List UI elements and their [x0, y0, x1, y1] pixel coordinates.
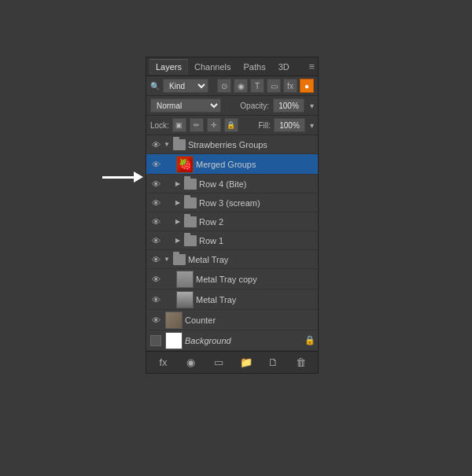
lock-move-btn[interactable]: ✛	[207, 118, 221, 132]
eye-row3[interactable]: 👁	[149, 196, 163, 210]
layer-name-row2: Row 2	[199, 217, 315, 227]
delete-layer-button[interactable]: 🗑	[293, 354, 310, 371]
opacity-value[interactable]: 100%	[273, 98, 304, 113]
layer-name-strawberries-group: Strawberries Groups	[188, 140, 315, 149]
panel-menu-icon[interactable]: ≡	[308, 61, 315, 72]
indent-0: ▼	[163, 139, 188, 150]
folder-row1	[184, 235, 197, 246]
thumb-background	[165, 332, 183, 349]
bottom-toolbar: fx ◉ ▭ 📁 🗋 🗑	[146, 351, 318, 373]
filter-pixel-btn[interactable]: ⊙	[217, 79, 231, 93]
eye-counter[interactable]: 👁	[149, 313, 163, 327]
layer-metal-tray-copy[interactable]: 👁 Metal Tray copy	[146, 269, 318, 290]
lock-icon-background: 🔒	[304, 335, 315, 345]
filter-adjust-btn[interactable]: ◉	[234, 79, 248, 93]
eye-row4[interactable]: 👁	[149, 177, 163, 191]
thumb-metal-tray-copy	[176, 271, 194, 288]
fill-label: Fill:	[258, 121, 271, 130]
folder-row4	[184, 179, 197, 190]
layer-row3[interactable]: 👁 ▶ Row 3 (scream)	[146, 194, 318, 212]
folder-row2	[184, 216, 197, 227]
filter-search-icon: 🔍	[150, 82, 160, 90]
eye-merged-groups[interactable]: 👁	[149, 157, 163, 172]
arrow-head	[134, 172, 143, 183]
tab-channels[interactable]: Channels	[188, 59, 237, 75]
fx-button[interactable]: fx	[155, 354, 172, 371]
new-layer-button[interactable]: 🗋	[265, 354, 282, 371]
layer-strawberries-group[interactable]: 👁 ▼ Strawberries Groups	[146, 135, 318, 154]
arrow-shaft	[102, 176, 134, 179]
fill-arrow[interactable]: ▾	[310, 121, 314, 130]
eye-metal-tray[interactable]: 👁	[149, 293, 163, 307]
arrow-indicator	[102, 172, 143, 183]
folder-metal-tray	[173, 254, 186, 265]
layer-name-metal-tray-copy: Metal Tray copy	[196, 275, 315, 284]
eye-metal-tray-copy[interactable]: 👁	[149, 272, 163, 286]
filter-toggle-btn[interactable]: ●	[300, 79, 314, 93]
layer-metal-tray[interactable]: 👁 Metal Tray	[146, 290, 318, 310]
filter-kind-select[interactable]: Kind	[163, 79, 208, 93]
lock-row: Lock: ▣ ✏ ✛ 🔒 Fill: 100% ▾	[146, 116, 318, 135]
lock-pixels-btn[interactable]: ▣	[172, 118, 186, 132]
triangle-row1[interactable]: ▶	[174, 237, 182, 245]
visibility-checkbox-background[interactable]	[150, 335, 161, 346]
new-group-button[interactable]: 📁	[238, 354, 255, 371]
blend-row: Normal Opacity: 100% ▾	[146, 96, 318, 116]
layer-merged-groups[interactable]: 👁 🍓 Merged Groups	[146, 154, 318, 175]
layer-name-metal-tray: Metal Tray	[196, 295, 315, 304]
layer-name-row1: Row 1	[199, 236, 315, 245]
eye-strawberries-group[interactable]: 👁	[149, 138, 163, 152]
opacity-arrow[interactable]: ▾	[310, 101, 314, 110]
filter-shape-btn[interactable]: ▭	[267, 79, 281, 93]
triangle-row4[interactable]: ▶	[174, 180, 182, 188]
filter-row: 🔍 Kind ⊙ ◉ T ▭ fx ●	[146, 76, 318, 96]
layer-name-row4: Row 4 (Bite)	[199, 179, 315, 189]
new-adjustment-button[interactable]: ◉	[183, 354, 200, 371]
thumb-counter	[165, 312, 183, 329]
blend-mode-select[interactable]: Normal	[150, 98, 221, 113]
layer-name-metal-tray-group: Metal Tray	[188, 255, 315, 264]
layers-panel: Layers Channels Paths 3D ≡ 🔍 Kind ⊙ ◉ T …	[146, 57, 319, 374]
eye-metal-tray-group[interactable]: 👁	[149, 253, 163, 267]
lock-draw-btn[interactable]: ✏	[190, 118, 204, 132]
layer-metal-tray-group[interactable]: 👁 ▼ Metal Tray	[146, 250, 318, 269]
thumb-metal-tray	[176, 291, 194, 308]
panel-tabs: Layers Channels Paths 3D ≡	[146, 57, 318, 76]
layers-list: 👁 ▼ Strawberries Groups 👁 🍓 Merged Group…	[146, 135, 318, 351]
layer-row4[interactable]: 👁 ▶ Row 4 (Bite)	[146, 175, 318, 194]
layer-name-background: Background	[185, 336, 304, 345]
triangle-strawberries[interactable]: ▼	[163, 141, 171, 149]
layer-name-row3: Row 3 (scream)	[199, 198, 315, 208]
layer-name-counter: Counter	[185, 315, 315, 325]
filter-text-btn[interactable]: T	[250, 79, 264, 93]
thumb-merged-groups: 🍓	[176, 156, 194, 173]
tab-paths[interactable]: Paths	[238, 59, 272, 75]
filter-smart-btn[interactable]: fx	[283, 79, 297, 93]
folder-row3	[184, 197, 197, 208]
fill-value[interactable]: 100%	[274, 118, 305, 132]
layer-name-merged-groups: Merged Groups	[196, 160, 315, 169]
tab-3d[interactable]: 3D	[272, 59, 296, 75]
tab-layers[interactable]: Layers	[149, 59, 188, 75]
eye-row1[interactable]: 👁	[149, 234, 163, 248]
triangle-row3[interactable]: ▶	[174, 199, 182, 207]
triangle-row2[interactable]: ▶	[174, 218, 182, 226]
new-mask-button[interactable]: ▭	[210, 354, 227, 371]
indent-metal-tray: ▼	[163, 254, 188, 265]
opacity-label: Opacity:	[240, 101, 269, 110]
lock-label: Lock:	[150, 121, 169, 130]
triangle-metal-tray[interactable]: ▼	[163, 256, 171, 264]
eye-row2[interactable]: 👁	[149, 215, 163, 229]
lock-all-btn[interactable]: 🔒	[224, 118, 238, 132]
layer-row2[interactable]: 👁 ▶ Row 2	[146, 212, 318, 231]
layer-background[interactable]: Background 🔒	[146, 330, 318, 351]
layer-row1[interactable]: 👁 ▶ Row 1	[146, 231, 318, 250]
folder-strawberries	[173, 139, 186, 150]
filter-type-icons: ⊙ ◉ T ▭ fx ●	[217, 79, 314, 93]
layer-counter[interactable]: 👁 Counter	[146, 310, 318, 330]
